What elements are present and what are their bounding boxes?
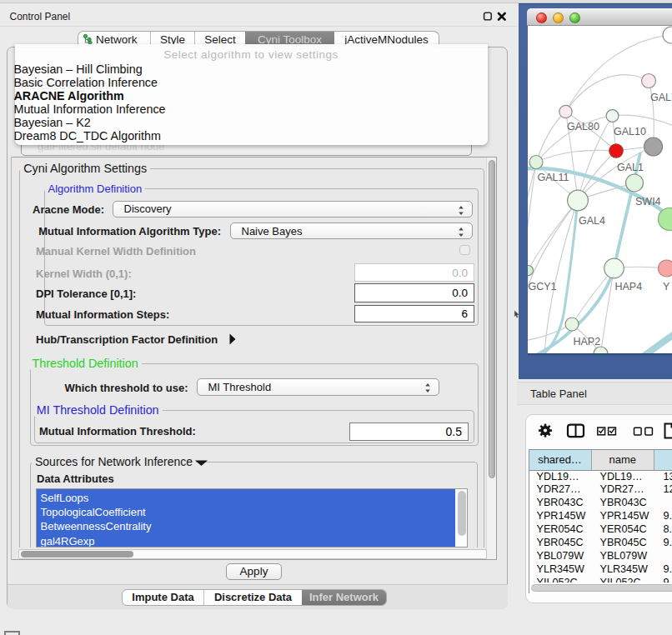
svg-text:Y: Y xyxy=(663,281,670,292)
svg-text:SWI4: SWI4 xyxy=(635,196,661,208)
svg-text:HAP4: HAP4 xyxy=(615,281,643,292)
svg-text:GAL7: GAL7 xyxy=(650,92,672,103)
svg-text:GAL4: GAL4 xyxy=(579,215,605,227)
svg-text:GAL1: GAL1 xyxy=(617,162,644,173)
svg-text:HAP2: HAP2 xyxy=(574,336,601,348)
svg-text:GAL10: GAL10 xyxy=(614,126,646,138)
svg-text:GAL11: GAL11 xyxy=(538,172,569,183)
svg-text:GAL80: GAL80 xyxy=(567,121,599,132)
svg-text:GCY1: GCY1 xyxy=(529,281,557,292)
